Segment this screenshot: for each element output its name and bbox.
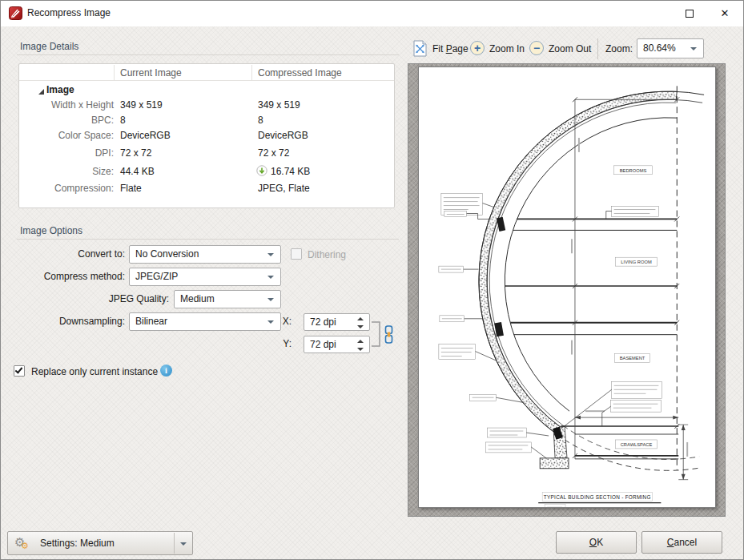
settings-button[interactable]: ⚙⚙ Settings: Medium (7, 531, 193, 555)
table-header-separator (19, 80, 394, 81)
row-compressed-value: 16.74 KB (271, 166, 310, 177)
zoom-in-icon[interactable]: + (470, 41, 485, 55)
info-icon[interactable]: i (160, 365, 172, 377)
row-compressed-value: 72 x 72 (258, 147, 289, 159)
row-label: Color Space: (30, 130, 114, 141)
close-icon: ✕ (721, 8, 730, 18)
room-label-crawlspace: CRAWLSPACE (621, 442, 653, 447)
column-header-compressed: Compressed Image (258, 67, 342, 79)
jpeg-quality-value: Medium (180, 293, 215, 304)
image-options-group-label: Image Options (20, 225, 82, 236)
image-details-group-label: Image Details (20, 41, 78, 52)
jpeg-quality-label: JPEG Quality: (89, 293, 169, 304)
zoom-label: Zoom: (605, 43, 633, 54)
y-dpi-spinner[interactable]: 72 dpi (304, 336, 370, 353)
table-column-separator (251, 65, 252, 80)
compress-method-select[interactable]: JPEG/ZIP (129, 268, 281, 286)
ok-button[interactable]: OK (556, 531, 637, 554)
preview-page: BEDROOMS LIVING ROOM BASEMENT CRAWLSPACE (418, 66, 716, 508)
x-dpi-spinner[interactable]: 72 dpi (304, 313, 370, 331)
row-compressed-value: JPEG, Flate (258, 183, 310, 194)
chevron-down-icon (267, 298, 274, 301)
settings-value: Medium (80, 538, 115, 549)
image-details-table: Current Image Compressed Image Image Wid… (18, 63, 395, 208)
row-label: DPI: (30, 147, 114, 159)
row-current-value: DeviceRGB (120, 130, 171, 141)
dithering-checkbox[interactable] (291, 248, 302, 260)
row-label: Compression: (30, 183, 114, 194)
zoom-level-select[interactable]: 80.64% (637, 38, 704, 58)
collapse-expander-icon[interactable] (38, 88, 45, 95)
settings-label: Settings: Medium (40, 538, 115, 549)
group-rule (17, 239, 399, 240)
y-dpi-value: 72 dpi (310, 339, 336, 350)
convert-to-value: No Conversion (135, 248, 199, 260)
titlebar: Recompress Image ✕ (1, 1, 743, 26)
maximize-icon (686, 10, 694, 18)
fit-page-button[interactable]: Fit Page (432, 43, 469, 54)
toolbar-separator (597, 38, 598, 59)
spinner-arrows-icon[interactable] (357, 317, 364, 328)
chevron-down-icon (267, 276, 274, 279)
chevron-down-icon (267, 320, 274, 324)
downsampling-label: Downsampling: (45, 316, 125, 327)
app-logo-icon (9, 6, 22, 20)
row-current-value: 8 (120, 115, 126, 126)
settings-split-divider (174, 533, 175, 554)
preview-panel[interactable]: BEDROOMS LIVING ROOM BASEMENT CRAWLSPACE (408, 63, 726, 517)
row-current-value: Flate (120, 183, 142, 194)
recompress-image-dialog: Recompress Image ✕ Image Details Current… (0, 0, 744, 560)
table-column-separator (114, 65, 115, 80)
cancel-button[interactable]: Cancel (641, 531, 722, 554)
row-label: Width x Height (30, 99, 114, 111)
chevron-down-icon (267, 253, 274, 256)
fit-page-icon (413, 40, 428, 57)
zoom-out-icon[interactable]: − (529, 41, 544, 55)
settings-gears-icon: ⚙⚙ (14, 535, 34, 553)
room-label-living-room: LIVING ROOM (621, 260, 652, 264)
row-compressed-value: 8 (258, 115, 263, 126)
x-dpi-value: 72 dpi (310, 316, 336, 328)
close-button[interactable]: ✕ (707, 1, 742, 26)
chevron-down-icon (690, 47, 697, 50)
building-section-drawing: BEDROOMS LIVING ROOM BASEMENT CRAWLSPACE (419, 67, 715, 507)
footing (540, 458, 569, 469)
jpeg-quality-select[interactable]: Medium (174, 290, 281, 308)
drawing-title: TYPICAL BUILDING SECTION - FORMING (544, 494, 651, 500)
room-label-basement: BASEMENT (620, 357, 645, 361)
room-label-bedrooms: BEDROOMS (620, 168, 647, 173)
link-xy-icon[interactable] (384, 325, 393, 344)
downsampling-select[interactable]: Bilinear (129, 312, 281, 331)
checkmark-icon (15, 365, 23, 373)
replace-current-instance-checkbox[interactable] (14, 365, 25, 377)
y-dpi-label: Y: (277, 338, 292, 349)
dithering-label: Dithering (308, 249, 346, 260)
convert-to-label: Convert to: (45, 248, 125, 260)
row-current-value: 72 x 72 (120, 147, 151, 159)
maximize-button[interactable] (672, 1, 707, 26)
spinner-arrows-icon[interactable] (357, 340, 364, 351)
row-label: Size: (30, 166, 114, 177)
row-current-value: 44.4 KB (120, 166, 155, 177)
compress-method-value: JPEG/ZIP (135, 271, 178, 282)
zoom-out-button[interactable]: Zoom Out (549, 43, 591, 54)
section-image: Image (46, 84, 74, 95)
window-title: Recompress Image (27, 7, 111, 18)
row-label: BPC: (30, 115, 114, 126)
row-current-value: 349 x 519 (120, 99, 163, 111)
column-header-current: Current Image (120, 67, 182, 79)
zoom-level-value: 80.64% (643, 42, 676, 54)
row-compressed-value: DeviceRGB (258, 130, 308, 141)
zoom-in-button[interactable]: Zoom In (489, 43, 525, 54)
chevron-down-icon[interactable] (180, 542, 187, 546)
row-compressed-value: 349 x 519 (258, 99, 300, 111)
size-decrease-icon (256, 165, 267, 176)
convert-to-select[interactable]: No Conversion (129, 245, 281, 264)
compress-method-label: Compress method: (33, 271, 125, 282)
x-dpi-label: X: (277, 316, 292, 327)
downsampling-value: Bilinear (135, 316, 167, 327)
replace-current-instance-label: Replace only current instance (31, 366, 158, 377)
group-rule (17, 54, 399, 55)
